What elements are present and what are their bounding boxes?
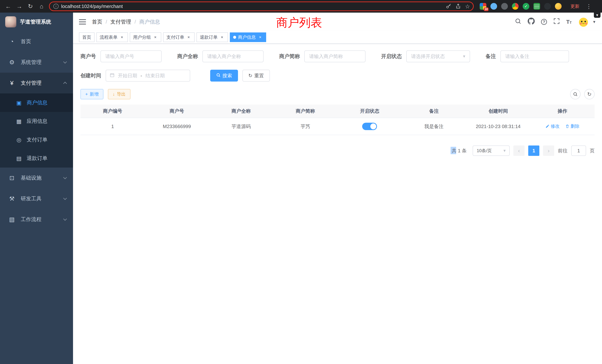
status-toggle[interactable] [362, 123, 377, 130]
short-name-input[interactable] [304, 50, 366, 62]
field-label: 备注 [486, 53, 496, 60]
page-size-select[interactable]: 10条/页 ▼ [473, 146, 510, 156]
app-logo[interactable]: 芋道管理系统 [0, 13, 73, 31]
reset-button[interactable]: ↻ 重置 [242, 70, 270, 82]
fullscreen-icon[interactable] [553, 18, 560, 26]
status-select[interactable]: 请选择开启状态 ▼ [406, 50, 470, 62]
address-bar-actions: ☆ [446, 3, 470, 10]
caret-down-icon[interactable]: ▼ [592, 20, 596, 24]
calendar-icon [110, 73, 115, 79]
tab-refund-order[interactable]: 退款订单 × [196, 32, 228, 42]
sidebar-item-infrastructure[interactable]: ⊡ 基础设施 [0, 168, 73, 188]
menu-label: 支付订单 [27, 136, 47, 143]
remark-input[interactable] [500, 50, 569, 62]
main-panel: 商户列表 首页 / 支付管理 / 商户信息 ? TT ▼ [73, 13, 602, 364]
menu-label: 退款订单 [27, 155, 47, 162]
browser-dropdown-caret[interactable]: ▼ [594, 13, 601, 18]
column-header: 商户编号 [80, 105, 145, 118]
export-button[interactable]: ↓ 导出 [108, 89, 130, 99]
search-icon[interactable] [515, 18, 521, 26]
tab-home[interactable]: 首页 [79, 32, 95, 42]
extension-icon[interactable]: ✓ [523, 3, 529, 10]
add-button[interactable]: + 新增 [80, 89, 103, 99]
sidebar-item-system[interactable]: ⚙ 系统管理 [0, 52, 73, 73]
table-row: 1 M233666999 芋道源码 芋艿 我是备注 2021-10-23 08:… [80, 118, 595, 135]
field-label: 商户简称 [279, 53, 300, 60]
toggle-search-button[interactable] [570, 89, 580, 99]
font-size-icon[interactable]: TT [566, 19, 572, 25]
chevron-down-icon [63, 217, 67, 221]
bookmark-star-icon[interactable]: ☆ [465, 3, 470, 10]
sidebar-item-workflow[interactable]: ▧ 工作流程 [0, 209, 73, 230]
column-header: 商户全称 [209, 105, 273, 118]
back-icon[interactable]: ← [3, 1, 13, 11]
forward-icon[interactable]: → [14, 1, 24, 11]
close-icon[interactable]: × [219, 35, 225, 40]
tab-pay-order[interactable]: 支付订单 × [163, 32, 195, 42]
cell-merchant-id: 1 [80, 118, 145, 135]
browser-update-button[interactable]: 更新 [567, 2, 583, 11]
full-name-input[interactable] [202, 50, 264, 62]
annotation-text: 商户列表 [276, 15, 322, 30]
sidebar-toggle[interactable] [79, 19, 86, 25]
merchant-no-input[interactable] [100, 50, 162, 62]
merchant-table: 商户编号 商户号 商户全称 商户简称 开启状态 备注 创建时间 操作 1 M23… [80, 105, 595, 135]
site-info-icon[interactable]: i [53, 4, 59, 9]
breadcrumb-payment[interactable]: 支付管理 [110, 18, 131, 25]
extension-icon[interactable]: 10 [480, 3, 486, 10]
extension-icon[interactable] [544, 3, 551, 10]
date-range-picker[interactable]: 开始日期 - 结束日期 [106, 70, 190, 82]
next-page-button[interactable]: › [543, 146, 554, 156]
select-placeholder: 请选择开启状态 [411, 53, 445, 60]
goto-page-input[interactable] [571, 146, 586, 156]
sidebar-item-dev-tools[interactable]: ⚒ 研发工具 [0, 188, 73, 209]
date-separator: - [140, 73, 142, 79]
tab-process-form[interactable]: 流程表单 × [96, 32, 128, 42]
grid-icon: ▦ [15, 118, 23, 125]
page-size-value: 10条/页 [477, 148, 492, 154]
close-icon[interactable]: × [186, 35, 191, 40]
refresh-table-button[interactable]: ↻ [584, 89, 595, 99]
tab-merchant-info[interactable]: 商户信息 × [230, 32, 266, 42]
app-window: 芋道管理系统 ◔ 首页 ⚙ 系统管理 ¥ 支付管理 ▣ 商户信息 ▦ 应用信息 [0, 13, 602, 364]
field-label: 开启状态 [381, 53, 402, 60]
home-icon[interactable]: ⌂ [36, 1, 47, 11]
prev-page-button[interactable]: ‹ [513, 146, 525, 156]
extension-icon[interactable] [533, 3, 540, 10]
tab-user-group[interactable]: 用户分组 × [130, 32, 161, 42]
github-icon[interactable] [528, 18, 535, 26]
sidebar-item-merchant-info[interactable]: ▣ 商户信息 [0, 93, 73, 112]
browser-menu-icon[interactable]: ⋮ [584, 3, 594, 10]
address-bar[interactable]: i localhost:1024/pay/merchant ☆ [49, 1, 474, 11]
menu-label: 基础设施 [21, 174, 42, 182]
delete-button[interactable]: 删除 [565, 123, 579, 129]
user-avatar[interactable] [578, 16, 589, 27]
breadcrumb-home[interactable]: 首页 [92, 18, 102, 25]
extension-icon[interactable] [501, 3, 508, 10]
sidebar-item-payment[interactable]: ¥ 支付管理 [0, 73, 73, 93]
browser-profile-avatar[interactable] [555, 3, 562, 10]
reload-icon[interactable]: ↻ [25, 1, 36, 11]
page-number-button[interactable]: 1 [528, 146, 539, 156]
sidebar-item-pay-order[interactable]: ◎ 支付订单 [0, 130, 73, 149]
url-text[interactable]: localhost:1024/pay/merchant [61, 3, 123, 9]
close-icon[interactable]: × [258, 35, 263, 40]
key-icon[interactable] [446, 3, 451, 9]
sidebar-item-home[interactable]: ◔ 首页 [0, 31, 73, 52]
close-icon[interactable]: × [119, 35, 125, 40]
filter-create-time: 创建时间 开始日期 - 结束日期 [80, 70, 190, 82]
extension-icon[interactable] [512, 3, 519, 10]
cell-remark: 我是备注 [402, 118, 466, 135]
close-icon[interactable]: × [153, 35, 158, 40]
edit-button[interactable]: 修改 [546, 123, 559, 129]
sidebar-item-refund-order[interactable]: ▤ 退款订单 [0, 149, 73, 168]
chevron-down-icon [63, 175, 67, 179]
sidebar-item-app-info[interactable]: ▦ 应用信息 [0, 112, 73, 130]
cell-short-name: 芋艿 [273, 118, 337, 135]
extension-icon[interactable] [490, 3, 497, 10]
help-icon[interactable]: ? [541, 19, 547, 25]
share-icon[interactable] [455, 3, 461, 9]
end-date-placeholder: 结束日期 [146, 73, 165, 79]
search-button[interactable]: 搜索 [210, 70, 238, 82]
app-title: 芋道管理系统 [20, 18, 51, 25]
